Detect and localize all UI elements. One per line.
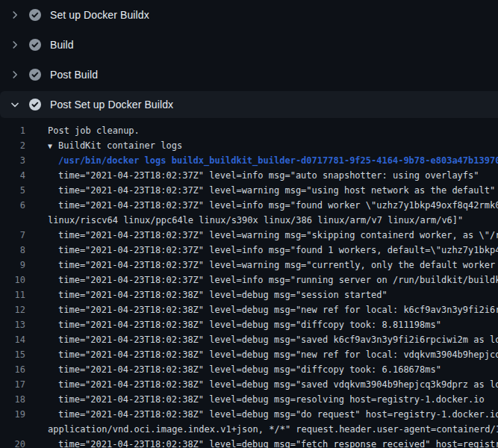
log-line-7: 7time="2021-04-23T18:02:37Z" level=warni…: [0, 228, 498, 243]
log-text: time="2021-04-23T18:02:38Z" level=debug …: [25, 287, 387, 302]
log-line-4: 4time="2021-04-23T18:02:37Z" level=info …: [0, 168, 498, 183]
log-text: time="2021-04-23T18:02:38Z" level=debug …: [25, 332, 498, 347]
step-label: Post Set up Docker Buildx: [50, 99, 173, 111]
line-number[interactable]: 5: [0, 183, 25, 198]
log-text-content: application/vnd.oci.image.index.v1+json,…: [48, 424, 498, 435]
log-text-content: BuildKit container logs: [58, 140, 182, 151]
line-number[interactable]: 16: [0, 362, 25, 377]
check-circle-icon: [28, 8, 42, 22]
log-text-content: linux/riscv64 linux/ppc64le linux/s390x …: [48, 215, 463, 225]
log-text-content: time="2021-04-23T18:02:37Z" level=info m…: [58, 275, 498, 285]
log-text-content: time="2021-04-23T18:02:38Z" level=debug …: [58, 439, 498, 448]
step-row-set-up-docker-buildx[interactable]: Set up Docker Buildx: [0, 0, 498, 30]
log-text: time="2021-04-23T18:02:38Z" level=debug …: [25, 317, 441, 332]
log-text-content: time="2021-04-23T18:02:38Z" level=debug …: [58, 394, 485, 405]
log-text-content: time="2021-04-23T18:02:38Z" level=debug …: [58, 290, 387, 300]
log-line-5: 5time="2021-04-23T18:02:37Z" level=warni…: [0, 183, 498, 198]
log-line-continuation: linux/riscv64 linux/ppc64le linux/s390x …: [0, 213, 498, 228]
line-number[interactable]: 2: [0, 138, 25, 153]
log-line-8: 8time="2021-04-23T18:02:37Z" level=info …: [0, 243, 498, 258]
log-text: application/vnd.oci.image.index.v1+json,…: [25, 422, 498, 437]
chevron-down-icon[interactable]: [9, 99, 21, 111]
log-lines: 1Post job cleanup.2▼BuildKit container l…: [0, 123, 498, 448]
job-log-panel: Set up Docker BuildxBuildPost BuildPost …: [0, 0, 498, 448]
step-row-build[interactable]: Build: [0, 30, 498, 60]
line-number[interactable]: 8: [0, 243, 25, 258]
step-label: Set up Docker Buildx: [50, 9, 149, 21]
log-text: time="2021-04-23T18:02:37Z" level=info m…: [25, 198, 498, 213]
step-label: Build: [50, 39, 74, 51]
line-number[interactable]: 20: [0, 437, 25, 448]
log-line-2: 2▼BuildKit container logs: [0, 138, 498, 153]
log-text: time="2021-04-23T18:02:37Z" level=info m…: [25, 273, 498, 287]
log-line-17: 17time="2021-04-23T18:02:38Z" level=debu…: [0, 377, 498, 392]
log-line-1: 1Post job cleanup.: [0, 123, 498, 138]
log-line-15: 15time="2021-04-23T18:02:38Z" level=debu…: [0, 347, 498, 362]
log-text: time="2021-04-23T18:02:38Z" level=debug …: [25, 302, 498, 317]
log-line-11: 11time="2021-04-23T18:02:38Z" level=debu…: [0, 287, 498, 302]
log-text-content: /usr/bin/docker logs buildx_buildkit_bui…: [58, 155, 498, 166]
chevron-right-icon[interactable]: [9, 9, 21, 21]
log-line-13: 13time="2021-04-23T18:02:38Z" level=debu…: [0, 317, 498, 332]
log-text-content: time="2021-04-23T18:02:37Z" level=info m…: [58, 170, 479, 181]
line-number[interactable]: 19: [0, 407, 25, 422]
log-line-12: 12time="2021-04-23T18:02:38Z" level=debu…: [0, 302, 498, 317]
line-number[interactable]: 17: [0, 377, 25, 392]
line-number[interactable]: 10: [0, 273, 25, 287]
step-row-post-set-up-docker-buildx[interactable]: Post Set up Docker Buildx: [0, 91, 498, 118]
line-number[interactable]: [0, 213, 25, 228]
chevron-right-icon[interactable]: [9, 69, 21, 81]
log-text: linux/riscv64 linux/ppc64le linux/s390x …: [25, 213, 463, 228]
log-container: 1Post job cleanup.2▼BuildKit container l…: [0, 119, 498, 448]
log-text-content: time="2021-04-23T18:02:37Z" level=info m…: [58, 200, 498, 211]
log-text: time="2021-04-23T18:02:37Z" level=info m…: [25, 168, 479, 183]
line-number[interactable]: 11: [0, 287, 25, 302]
step-label: Post Build: [50, 69, 98, 81]
log-text: time="2021-04-23T18:02:37Z" level=info m…: [25, 243, 498, 258]
chevron-right-icon[interactable]: [9, 39, 21, 51]
log-text-content: time="2021-04-23T18:02:38Z" level=debug …: [58, 349, 498, 360]
line-number[interactable]: 1: [0, 123, 25, 138]
log-text: time="2021-04-23T18:02:37Z" level=warnin…: [25, 228, 498, 243]
log-line-9: 9time="2021-04-23T18:02:37Z" level=warni…: [0, 258, 498, 273]
line-number[interactable]: 7: [0, 228, 25, 243]
line-number[interactable]: 13: [0, 317, 25, 332]
log-line-14: 14time="2021-04-23T18:02:38Z" level=debu…: [0, 332, 498, 347]
log-line-continuation: application/vnd.oci.image.index.v1+json,…: [0, 422, 498, 437]
log-text: time="2021-04-23T18:02:38Z" level=debug …: [25, 407, 498, 422]
line-number[interactable]: 4: [0, 168, 25, 183]
log-text: time="2021-04-23T18:02:38Z" level=debug …: [25, 437, 498, 448]
line-number[interactable]: 9: [0, 258, 25, 273]
line-number[interactable]: 18: [0, 392, 25, 407]
log-text-content: time="2021-04-23T18:02:38Z" level=debug …: [58, 409, 498, 420]
log-line-16: 16time="2021-04-23T18:02:38Z" level=debu…: [0, 362, 498, 377]
log-text-content: time="2021-04-23T18:02:38Z" level=debug …: [58, 335, 498, 345]
line-number[interactable]: 12: [0, 302, 25, 317]
log-text: time="2021-04-23T18:02:38Z" level=debug …: [25, 347, 498, 362]
line-number[interactable]: [0, 422, 25, 437]
log-text: time="2021-04-23T18:02:37Z" level=warnin…: [25, 258, 498, 273]
log-line-20: 20time="2021-04-23T18:02:38Z" level=debu…: [0, 437, 498, 448]
step-row-post-build[interactable]: Post Build: [0, 60, 498, 90]
log-text-content: time="2021-04-23T18:02:38Z" level=debug …: [58, 305, 498, 315]
log-line-10: 10time="2021-04-23T18:02:37Z" level=info…: [0, 273, 498, 287]
log-line-6: 6time="2021-04-23T18:02:37Z" level=info …: [0, 198, 498, 213]
check-circle-icon: [28, 68, 42, 81]
line-number[interactable]: 6: [0, 198, 25, 213]
line-number[interactable]: 3: [0, 153, 25, 168]
log-command-text: /usr/bin/docker logs buildx_buildkit_bui…: [25, 153, 498, 168]
log-text: Post job cleanup.: [25, 123, 140, 138]
check-circle-icon: [28, 38, 42, 52]
log-text-content: time="2021-04-23T18:02:37Z" level=warnin…: [58, 185, 495, 196]
triangle-down-icon[interactable]: ▼: [48, 139, 58, 154]
log-text: time="2021-04-23T18:02:38Z" level=debug …: [25, 392, 485, 407]
line-number[interactable]: 15: [0, 347, 25, 362]
log-text: ▼BuildKit container logs: [25, 138, 182, 153]
log-line-19: 19time="2021-04-23T18:02:38Z" level=debu…: [0, 407, 498, 422]
line-number[interactable]: 14: [0, 332, 25, 347]
log-text: time="2021-04-23T18:02:37Z" level=warnin…: [25, 183, 495, 198]
log-text-content: time="2021-04-23T18:02:38Z" level=debug …: [58, 379, 498, 390]
log-text-content: time="2021-04-23T18:02:38Z" level=debug …: [58, 320, 441, 330]
log-text: time="2021-04-23T18:02:38Z" level=debug …: [25, 362, 441, 377]
log-text-content: time="2021-04-23T18:02:37Z" level=warnin…: [58, 230, 498, 240]
